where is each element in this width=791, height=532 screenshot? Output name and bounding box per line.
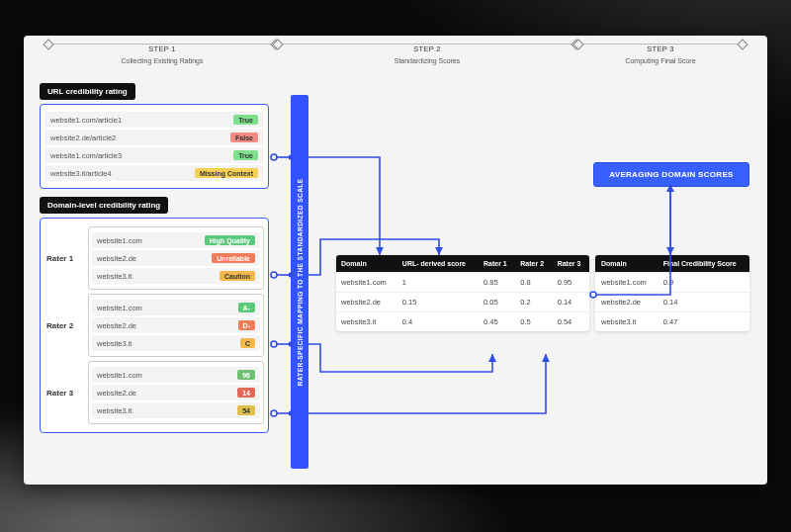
- svg-point-9: [271, 410, 277, 416]
- credibility-badge: True: [233, 150, 258, 160]
- cell: 1: [397, 273, 479, 293]
- svg-marker-12: [376, 247, 384, 255]
- url-row: website2.de/article2 False: [45, 130, 263, 145]
- domain-text: website2.de: [97, 321, 136, 330]
- cell: 0.14: [553, 293, 589, 312]
- column-header: Final Credibility Score: [658, 255, 749, 273]
- rating-badge: 96: [237, 370, 255, 380]
- rater-rows: website1.com High Qualitywebsite2.de Unr…: [88, 226, 264, 290]
- column-header: Rater 3: [553, 255, 589, 273]
- cell: 0.15: [397, 293, 479, 312]
- table-row: website2.de0.14: [595, 293, 749, 312]
- credibility-badge: True: [233, 115, 258, 125]
- svg-marker-14: [488, 354, 496, 362]
- step1-title: STEP 1: [148, 44, 176, 53]
- domain-text: website2.de: [97, 254, 136, 263]
- table-row: website3.it0.47: [595, 312, 749, 332]
- rater-label: Rater 3: [44, 361, 82, 424]
- rating-badge: 14: [237, 388, 255, 398]
- rater-block: Rater 2website1.com A-website2.de D-webs…: [44, 294, 264, 357]
- credibility-badge: Missing Context: [195, 168, 258, 178]
- rater-block: Rater 1website1.com High Qualitywebsite2…: [44, 226, 264, 290]
- rating-badge: C: [240, 338, 255, 348]
- table-row: website1.com10.850.80.95: [336, 273, 589, 293]
- cell: 0.85: [479, 273, 515, 293]
- column-header: Rater 1: [479, 255, 515, 273]
- step2-title: STEP 2: [413, 44, 441, 53]
- cell: 0.8: [515, 273, 552, 293]
- rating-badge: Unreliable: [212, 253, 255, 263]
- rating-badge: High Quality: [205, 235, 255, 245]
- svg-point-3: [271, 272, 277, 278]
- rating-badge: A-: [238, 303, 255, 312]
- rating-badge: Caution: [220, 271, 255, 281]
- column-header: Domain: [336, 255, 397, 273]
- cell: 0.14: [658, 293, 749, 312]
- cell: 0.45: [479, 312, 515, 332]
- svg-marker-13: [435, 247, 443, 255]
- url-text: website3.it/article4: [50, 169, 112, 178]
- table-row: website3.it0.40.450.50.54: [336, 312, 589, 332]
- domain-text: website3.it: [97, 406, 132, 415]
- domain-text: website3.it: [97, 339, 132, 348]
- cell: website1.com: [336, 273, 397, 293]
- svg-point-0: [271, 154, 277, 160]
- url-credibility-panel: website1.com/article1 Truewebsite2.de/ar…: [40, 104, 269, 189]
- domain-row: website1.com 96: [92, 367, 260, 383]
- column-header: Domain: [595, 255, 658, 273]
- domain-text: website1.com: [97, 304, 142, 312]
- step1-caption: Collecting Existing Ratings: [122, 57, 204, 64]
- table-row: website2.de0.150.050.20.14: [336, 293, 589, 312]
- final-score-table: DomainFinal Credibility Scorewebsite1.co…: [595, 255, 749, 331]
- rater-label: Rater 2: [44, 294, 82, 357]
- url-text: website2.de/article2: [50, 133, 116, 142]
- domain-text: website3.it: [97, 272, 132, 281]
- cell: 0.9: [658, 273, 749, 293]
- svg-point-6: [271, 341, 277, 347]
- domain-row: website2.de D-: [92, 317, 260, 333]
- step3-caption: Computing Final Score: [625, 57, 695, 64]
- cell: website2.de: [336, 293, 397, 312]
- cell: website3.it: [595, 312, 658, 332]
- rating-badge: 54: [237, 405, 255, 415]
- domain-text: website1.com: [97, 371, 142, 380]
- svg-marker-15: [542, 354, 550, 362]
- cell: 0.2: [515, 293, 552, 312]
- url-text: website1.com/article1: [50, 116, 122, 125]
- rater-label: Rater 1: [44, 226, 82, 290]
- column-header: URL- derived score: [397, 255, 479, 273]
- rating-badge: D-: [238, 320, 255, 330]
- url-row: website1.com/article1 True: [45, 112, 263, 128]
- column-header: Rater 2: [515, 255, 552, 273]
- domain-row: website3.it 54: [92, 402, 260, 418]
- domain-panel-title: Domain-level credibility rating: [40, 197, 168, 214]
- cell: 0.4: [397, 312, 479, 332]
- rater-rows: website1.com A-website2.de D-website3.it…: [88, 294, 264, 357]
- mapping-bar: RATER-SPECIFIC MAPPING TO THE STANDARDIZ…: [291, 95, 308, 469]
- rater-rows: website1.com 96website2.de 14website3.it…: [88, 361, 264, 424]
- cell: 0.47: [658, 312, 749, 332]
- url-row: website3.it/article4 Missing Context: [45, 165, 263, 181]
- mapping-bar-label: RATER-SPECIFIC MAPPING TO THE STANDARDIZ…: [297, 178, 304, 386]
- domain-row: website3.it Caution: [92, 268, 260, 284]
- domain-row: website3.it C: [92, 335, 260, 351]
- domain-row: website1.com High Quality: [92, 232, 260, 248]
- domain-row: website2.de 14: [92, 385, 260, 400]
- url-text: website1.com/article3: [50, 151, 122, 160]
- rater-block: Rater 3website1.com 96website2.de 14webs…: [44, 361, 264, 424]
- cell: 0.05: [479, 293, 515, 312]
- cell: website2.de: [595, 293, 658, 312]
- credibility-badge: False: [230, 133, 258, 142]
- domain-row: website1.com A-: [92, 300, 260, 315]
- url-row: website1.com/article3 True: [45, 147, 263, 163]
- domain-row: website2.de Unreliable: [92, 250, 260, 266]
- cell: 0.5: [515, 312, 552, 332]
- step2-caption: Standardizing Scores: [395, 57, 461, 64]
- cell: 0.54: [553, 312, 589, 332]
- step3-title: STEP 3: [647, 44, 674, 53]
- domain-text: website1.com: [97, 236, 142, 245]
- domain-credibility-panel: Rater 1website1.com High Qualitywebsite2…: [40, 218, 269, 433]
- cell: 0.95: [553, 273, 589, 293]
- standardized-scores-table: DomainURL- derived scoreRater 1Rater 2Ra…: [336, 255, 589, 331]
- steps-header: STEP 1 Collecting Existing Ratings STEP …: [24, 36, 767, 64]
